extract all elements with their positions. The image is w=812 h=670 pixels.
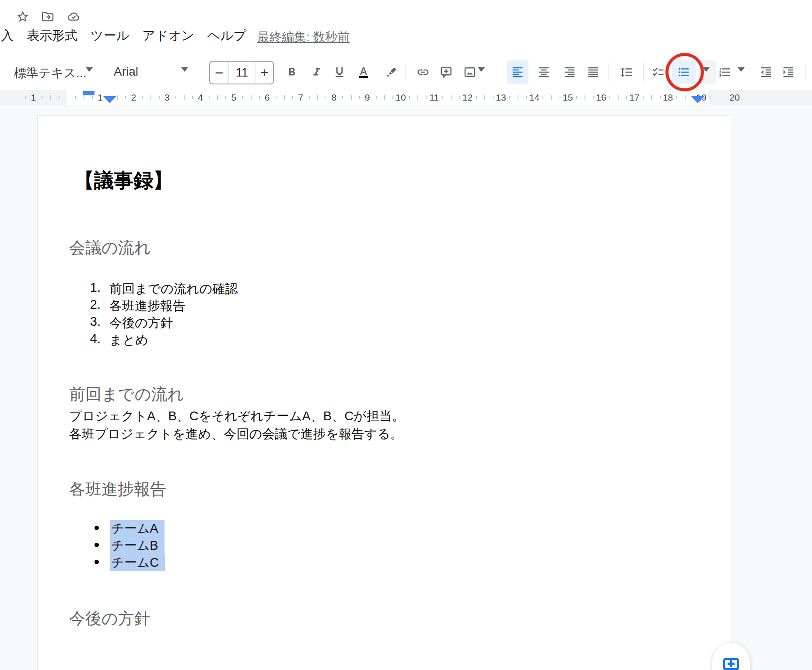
ruler-tick xyxy=(242,96,243,99)
align-justify-icon xyxy=(587,66,600,79)
add-comment-floating-button[interactable] xyxy=(721,656,741,670)
team-item-text-selected: チームC xyxy=(110,554,165,571)
increase-indent-icon xyxy=(782,66,795,79)
ruler-tick xyxy=(710,96,710,99)
decrease-font-size-button[interactable]: − xyxy=(210,62,228,84)
ruler-tick xyxy=(643,96,644,99)
ruler-tick xyxy=(593,96,594,99)
paragraph-style-dropdown-icon[interactable] xyxy=(86,67,93,72)
decrease-indent-button[interactable] xyxy=(756,60,776,84)
move-folder-icon[interactable] xyxy=(40,10,55,25)
add-comment-button[interactable] xyxy=(436,60,456,84)
body-paragraph-line: プロジェクトA、B、CをそれぞれチームA、B、Cが担当。 xyxy=(69,407,405,425)
font-size-control: − 11 + xyxy=(209,61,274,84)
document-page[interactable]: 【議事録】 会議の流れ 1.前回までの流れの確認2.各班進捗報告3.今後の方針4… xyxy=(37,115,730,670)
ruler-number: 2 xyxy=(131,92,136,103)
align-right-icon xyxy=(563,66,576,79)
increase-indent-button[interactable] xyxy=(778,60,798,84)
ruler-tick xyxy=(560,96,560,99)
agenda-item-number: 2. xyxy=(81,297,101,312)
align-justify-button[interactable] xyxy=(583,60,603,84)
ruler-number: 3 xyxy=(164,92,170,103)
ruler-tick xyxy=(651,95,652,100)
ruler-tick xyxy=(576,96,577,99)
menu-item-0[interactable]: 入 xyxy=(1,27,14,45)
toolbar-separator xyxy=(609,63,609,81)
ruler-number: 7 xyxy=(298,92,303,103)
menu-item-4[interactable]: ヘルプ xyxy=(207,27,246,45)
increase-font-size-button[interactable]: + xyxy=(256,62,273,84)
bullet-dot xyxy=(94,560,99,564)
highlighter-icon xyxy=(385,66,398,79)
font-size-value[interactable]: 11 xyxy=(228,62,256,84)
ruler-tick xyxy=(342,96,343,99)
insert-image-dropdown-icon[interactable] xyxy=(478,67,485,72)
ruler-number: 4 xyxy=(198,92,203,103)
ruler-tick xyxy=(309,96,310,99)
ruler-tick xyxy=(518,95,518,100)
ruler-tick xyxy=(526,96,527,99)
italic-icon xyxy=(310,66,323,79)
ruler[interactable]: 11234567891011121314151617181920 xyxy=(0,90,812,105)
agenda-item-text: まとめ xyxy=(109,332,148,349)
insert-image-button[interactable] xyxy=(460,60,480,84)
first-line-indent-marker[interactable] xyxy=(83,91,94,95)
font-family-selector[interactable]: Arial xyxy=(114,65,138,79)
text-color-button[interactable] xyxy=(354,60,374,84)
align-right-button[interactable] xyxy=(560,60,580,84)
menu-item-3[interactable]: アドオン xyxy=(142,27,194,45)
ruler-tick xyxy=(426,96,427,99)
insert-link-button[interactable] xyxy=(413,60,433,84)
toolbar-separator xyxy=(406,63,406,81)
agenda-item: 3.今後の方針 xyxy=(38,314,730,332)
last-edited-link[interactable]: 最終編集: 数秒前 xyxy=(257,29,350,45)
menu-item-2[interactable]: ツール xyxy=(91,27,129,45)
team-item-text-selected: チームA xyxy=(110,520,164,537)
ruler-number: 18 xyxy=(663,92,673,103)
ruler-tick xyxy=(409,96,410,99)
ruler-page-area xyxy=(66,90,709,105)
agenda-item: 2.各班進捗報告 xyxy=(38,297,730,314)
toolbar-separator xyxy=(100,63,100,81)
ruler-tick xyxy=(376,96,377,99)
ruler-tick xyxy=(317,95,318,100)
ruler-tick xyxy=(75,96,76,99)
ruler-tick xyxy=(459,96,460,99)
ruler-tick xyxy=(117,95,118,100)
team-item: チームA xyxy=(38,520,730,537)
team-item-text-selected: チームB xyxy=(110,537,164,554)
underline-button[interactable] xyxy=(329,60,350,84)
numbered-list-dropdown-icon[interactable] xyxy=(738,67,745,72)
font-family-dropdown-icon[interactable] xyxy=(181,67,188,72)
add-comment-bubble-icon xyxy=(721,656,741,670)
ruler-tick xyxy=(476,96,477,99)
bold-button[interactable] xyxy=(282,60,302,84)
align-left-button[interactable] xyxy=(508,60,528,84)
cloud-saved-icon[interactable] xyxy=(66,10,81,25)
underline-icon xyxy=(333,66,346,79)
ruler-number: 6 xyxy=(265,92,270,103)
right-indent-marker[interactable] xyxy=(691,96,704,103)
paragraph-style-selector[interactable]: 標準テキス... xyxy=(14,65,86,81)
section-heading-future-policy: 今後の方針 xyxy=(69,608,150,630)
agenda-item-number: 1. xyxy=(81,280,101,295)
star-icon[interactable] xyxy=(16,10,30,25)
menu-item-1[interactable]: 表示形式 xyxy=(27,27,77,45)
ruler-number: 15 xyxy=(563,92,573,103)
left-indent-marker[interactable] xyxy=(103,96,116,103)
highlight-color-button[interactable] xyxy=(382,60,402,84)
decrease-indent-icon xyxy=(760,66,773,79)
ruler-tick xyxy=(150,95,151,100)
line-spacing-icon xyxy=(620,66,633,79)
line-spacing-button[interactable] xyxy=(616,60,637,84)
ruler-tick xyxy=(609,96,610,99)
ruler-number: 12 xyxy=(462,92,472,103)
italic-button[interactable] xyxy=(307,60,327,84)
ruler-tick xyxy=(276,96,276,99)
numbered-list-button[interactable] xyxy=(715,60,735,84)
ruler-number: 14 xyxy=(529,92,539,103)
ruler-tick xyxy=(493,96,494,99)
checklist-icon xyxy=(651,66,665,79)
numbered-list-icon xyxy=(718,66,732,79)
align-center-button[interactable] xyxy=(534,60,554,84)
